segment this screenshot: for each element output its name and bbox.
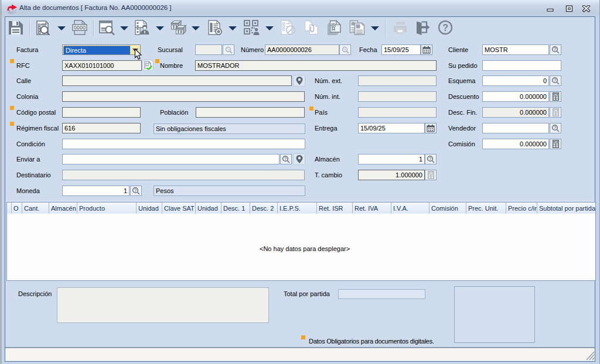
svg-text:?: ? — [343, 47, 346, 52]
svg-text:?: ? — [429, 156, 432, 162]
svg-text:?: ? — [227, 47, 230, 52]
svg-text:?: ? — [284, 156, 287, 162]
svg-text:?: ? — [554, 77, 557, 83]
svg-text:?: ? — [442, 23, 448, 33]
svg-text:?: ? — [134, 187, 137, 193]
svg-text:?: ? — [554, 46, 557, 52]
svg-text:?: ? — [554, 125, 557, 131]
